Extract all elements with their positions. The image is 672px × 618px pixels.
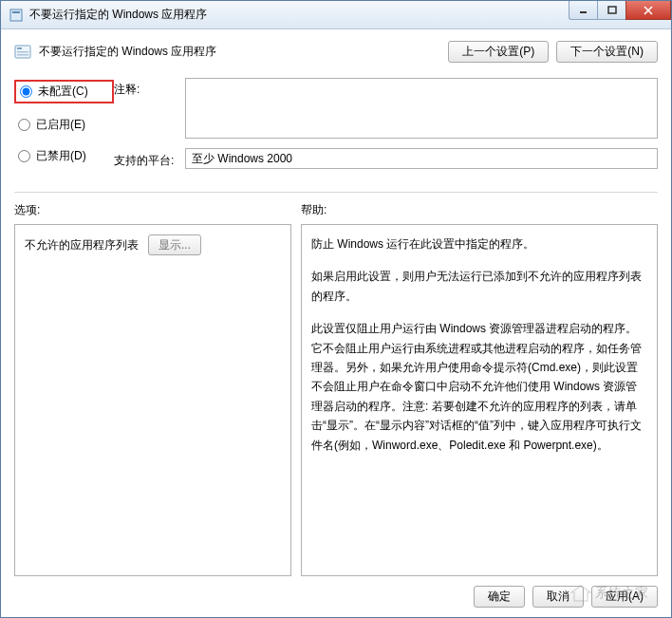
close-button[interactable] [625,1,671,20]
options-pane: 不允许的应用程序列表 显示... [14,224,291,576]
policy-icon [14,44,31,61]
radio-not-configured[interactable]: 未配置(C) [14,80,114,103]
disallowed-list-label: 不允许的应用程序列表 [25,237,139,253]
radio-enabled-input[interactable] [18,119,30,131]
svg-rect-0 [10,9,22,21]
previous-setting-button[interactable]: 上一个设置(P) [448,41,549,63]
radio-disabled-label: 已禁用(D) [36,148,86,164]
svg-rect-8 [17,51,28,53]
header-row: 不要运行指定的 Windows 应用程序 上一个设置(P) 下一个设置(N) [14,41,658,63]
window-controls [569,1,671,28]
radio-enabled-label: 已启用(E) [36,117,85,133]
help-label: 帮助: [301,202,327,218]
help-pane: 防止 Windows 运行在此设置中指定的程序。 如果启用此设置，则用户无法运行… [301,224,658,576]
svg-rect-7 [17,47,22,49]
footer: 确定 取消 应用(A) 系统之家 [14,576,658,608]
page-title: 不要运行指定的 Windows 应用程序 [39,44,448,60]
svg-rect-1 [12,11,20,13]
prev-btn-label: 上一个设置(P) [462,44,534,60]
divider [14,192,658,193]
platform-text: 至少 Windows 2000 [192,151,292,167]
show-button[interactable]: 显示... [148,234,201,255]
cancel-label: 取消 [547,589,569,605]
cancel-button[interactable]: 取消 [532,586,584,608]
platform-label: 支持的平台: [114,149,185,169]
window-title: 不要运行指定的 Windows 应用程序 [29,7,569,23]
radio-not-configured-input[interactable] [20,85,32,98]
content-area: 不要运行指定的 Windows 应用程序 上一个设置(P) 下一个设置(N) 未… [1,29,671,617]
fields-column: 注释: 支持的平台: 至少 Windows 2000 [114,78,658,178]
ok-button[interactable]: 确定 [474,586,525,608]
help-paragraph: 此设置仅阻止用户运行由 Windows 资源管理器进程启动的程序。它不会阻止用户… [311,319,647,455]
next-setting-button[interactable]: 下一个设置(N) [556,41,658,63]
dialog-window: 不要运行指定的 Windows 应用程序 不要运行指定的 Windows 应用程… [0,0,672,618]
next-btn-label: 下一个设置(N) [570,44,644,60]
help-paragraph: 如果启用此设置，则用户无法运行已添加到不允许的应用程序列表的程序。 [311,267,647,306]
apply-button[interactable]: 应用(A) [591,586,658,608]
apply-label: 应用(A) [606,589,644,605]
help-paragraph: 防止 Windows 运行在此设置中指定的程序。 [311,234,647,253]
radio-not-configured-label: 未配置(C) [38,84,88,100]
svg-rect-3 [608,7,616,13]
panes: 不允许的应用程序列表 显示... 防止 Windows 运行在此设置中指定的程序… [14,224,658,576]
platform-value: 至少 Windows 2000 [185,148,658,169]
svg-rect-9 [17,54,28,56]
maximize-button[interactable] [597,1,625,20]
comment-label: 注释: [114,78,185,139]
radio-disabled[interactable]: 已禁用(D) [14,146,114,166]
radio-enabled[interactable]: 已启用(E) [14,115,114,135]
show-btn-label: 显示... [159,237,191,253]
ok-label: 确定 [488,589,511,605]
config-row: 未配置(C) 已启用(E) 已禁用(D) 注释: 支持的平台: [14,78,658,178]
options-label: 选项: [14,202,301,218]
minimize-button[interactable] [569,1,597,20]
app-icon [9,8,24,23]
comment-input[interactable] [185,78,658,139]
section-labels: 选项: 帮助: [14,202,658,218]
radio-disabled-input[interactable] [18,150,30,162]
radio-group: 未配置(C) 已启用(E) 已禁用(D) [14,78,114,178]
titlebar: 不要运行指定的 Windows 应用程序 [1,1,671,29]
